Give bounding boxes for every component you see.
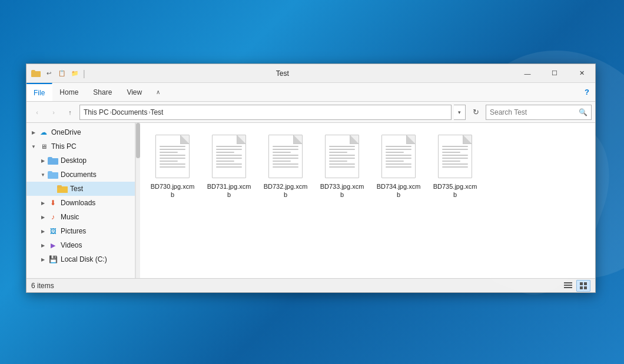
svg-rect-2 — [564, 287, 572, 288]
maximize-button[interactable]: ☐ — [541, 64, 568, 83]
pictures-icon: 🖼 — [48, 226, 58, 236]
back-button[interactable]: ‹ — [30, 105, 44, 119]
file-icon-0 — [152, 133, 193, 180]
view-buttons — [561, 280, 590, 292]
documents-folder-icon — [48, 170, 58, 179]
doc-lines-3 — [329, 146, 355, 168]
search-input[interactable] — [490, 108, 579, 116]
sidebar-scrollbar[interactable] — [135, 123, 140, 278]
up-button[interactable]: ↑ — [63, 105, 77, 119]
expand-arrow-onedrive: ▶ — [29, 128, 38, 137]
doc-shape-5 — [438, 135, 472, 178]
downloads-icon: ⬇ — [48, 198, 58, 208]
file-grid: BD730.jpg.xcmb — [140, 123, 595, 278]
svg-rect-3 — [580, 282, 583, 285]
sidebar-item-desktop[interactable]: ▶ Desktop — [26, 153, 135, 168]
file-name-5: BD735.jpg.xcmb — [432, 182, 479, 199]
sidebar: ▶ ☁ OneDrive ▼ 🖥 This PC ▶ Des — [26, 123, 135, 278]
file-name-2: BD732.jpg.xcmb — [262, 182, 309, 199]
expand-arrow-test — [48, 184, 57, 193]
expand-arrow-pictures: ▶ — [38, 226, 48, 236]
sidebar-item-onedrive[interactable]: ▶ ☁ OneDrive — [26, 125, 135, 139]
sidebar-item-videos[interactable]: ▶ ▶ Videos — [26, 238, 135, 252]
ribbon-tab-home[interactable]: Home — [52, 83, 86, 101]
sidebar-item-test[interactable]: Test — [26, 182, 135, 196]
close-button[interactable]: ✕ — [568, 64, 595, 83]
file-name-3: BD733.jpg.xcmb — [318, 182, 366, 199]
sidebar-item-localdisk[interactable]: ▶ 💾 Local Disk (C:) — [26, 252, 135, 266]
file-item-1[interactable]: BD731.jpg.xcmb — [203, 129, 255, 203]
file-icon-5 — [434, 133, 476, 180]
file-item-2[interactable]: BD732.jpg.xcmb — [259, 129, 312, 203]
doc-shape-1 — [212, 135, 246, 178]
sidebar-item-pictures[interactable]: ▶ 🖼 Pictures — [26, 224, 135, 238]
grid-view-button[interactable] — [576, 280, 590, 292]
sidebar-item-downloads[interactable]: ▶ ⬇ Downloads — [26, 196, 135, 210]
content-area: ▶ ☁ OneDrive ▼ 🖥 This PC ▶ Des — [26, 123, 595, 278]
file-name-1: BD731.jpg.xcmb — [205, 182, 253, 199]
music-icon: ♪ — [48, 212, 58, 222]
sidebar-item-music[interactable]: ▶ ♪ Music — [26, 210, 135, 224]
file-item-3[interactable]: BD733.jpg.xcmb — [316, 129, 369, 203]
path-segment-test[interactable]: Test — [150, 108, 163, 116]
window-controls: — ☐ ✕ — [514, 64, 595, 83]
title-bar-icon — [31, 69, 41, 78]
file-explorer-window: ↩ 📋 📁 | Test — ☐ ✕ File Home Share View … — [26, 64, 596, 293]
file-name-0: BD730.jpg.xcmb — [149, 182, 196, 199]
doc-lines-0 — [160, 146, 185, 168]
svg-rect-6 — [584, 286, 587, 289]
onedrive-icon: ☁ — [38, 128, 49, 137]
ribbon-tab-share-label: Share — [93, 88, 112, 96]
ribbon-tab-home-label: Home — [59, 88, 78, 96]
test-folder-icon — [57, 184, 68, 193]
expand-arrow-music: ▶ — [38, 212, 48, 222]
doc-shape-3 — [325, 135, 359, 178]
window-title: Test — [51, 69, 514, 78]
refresh-button[interactable]: ↻ — [468, 105, 483, 120]
sidebar-item-documents[interactable]: ▼ Documents — [26, 168, 135, 182]
window-folder-icon — [31, 70, 41, 77]
address-dropdown-button[interactable]: ▾ — [454, 105, 466, 120]
svg-rect-5 — [580, 286, 583, 289]
list-view-button[interactable] — [561, 280, 575, 292]
expand-arrow-documents: ▼ — [38, 170, 48, 179]
file-item-0[interactable]: BD730.jpg.xcmb — [146, 129, 199, 203]
status-count: 6 items — [31, 282, 561, 290]
desktop-folder-icon — [48, 156, 58, 165]
ribbon: File Home Share View ∧ ? — [26, 83, 595, 102]
doc-shape-2 — [268, 135, 303, 178]
ribbon-tab-file[interactable]: File — [26, 83, 52, 101]
ribbon-tab-file-label: File — [34, 89, 45, 97]
doc-lines-1 — [216, 146, 242, 168]
path-segment-thispc[interactable]: This PC › — [84, 108, 112, 116]
expand-arrow-desktop: ▶ — [38, 156, 48, 165]
file-name-4: BD734.jpg.xcmb — [375, 182, 422, 199]
ribbon-tab-view-label: View — [127, 88, 142, 96]
sidebar-scrollbar-thumb[interactable] — [136, 123, 140, 158]
file-item-5[interactable]: BD735.jpg.xcmb — [429, 129, 482, 203]
forward-button[interactable]: › — [47, 105, 61, 119]
ribbon-expand-icon[interactable]: ∧ — [150, 83, 166, 101]
doc-shape-0 — [155, 135, 190, 178]
file-icon-4 — [378, 133, 419, 180]
address-bar: ‹ › ↑ This PC › Documents › Test ▾ ↻ 🔍 — [26, 102, 595, 123]
ribbon-help-button[interactable]: ? — [579, 83, 595, 101]
sidebar-item-thispc[interactable]: ▼ 🖥 This PC — [26, 139, 135, 153]
doc-lines-2 — [273, 146, 298, 168]
svg-rect-1 — [564, 285, 572, 286]
expand-arrow-downloads: ▶ — [38, 198, 48, 208]
expand-arrow-videos: ▶ — [38, 241, 48, 250]
search-icon[interactable]: 🔍 — [579, 108, 588, 116]
ribbon-tab-share[interactable]: Share — [86, 83, 120, 101]
path-segment-documents[interactable]: Documents › — [112, 108, 151, 116]
file-item-4[interactable]: BD734.jpg.xcmb — [372, 129, 425, 203]
title-bar: ↩ 📋 📁 | Test — ☐ ✕ — [26, 64, 595, 83]
file-icon-3 — [321, 133, 363, 180]
grid-view-icon — [580, 282, 587, 289]
address-path[interactable]: This PC › Documents › Test — [79, 105, 452, 120]
search-box[interactable]: 🔍 — [486, 105, 592, 120]
expand-arrow-thispc: ▼ — [29, 142, 38, 151]
doc-shape-4 — [381, 135, 416, 178]
minimize-button[interactable]: — — [514, 64, 541, 83]
ribbon-tab-view[interactable]: View — [120, 83, 150, 101]
